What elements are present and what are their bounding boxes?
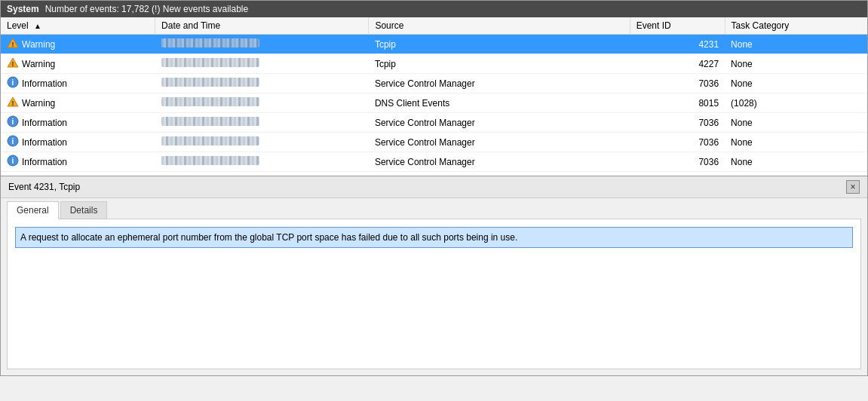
col-header-datetime[interactable]: Date and Time <box>155 17 369 35</box>
col-header-eventid[interactable]: Event ID <box>630 17 725 35</box>
cell-datetime-5 <box>155 133 369 152</box>
table-row[interactable]: iInformationService Control Manager7036N… <box>1 74 867 93</box>
svg-text:i: i <box>12 157 14 165</box>
tab-general[interactable]: General <box>7 201 59 219</box>
table-row[interactable]: iInformationService Control Manager7036N… <box>1 113 867 133</box>
svg-text:!: ! <box>12 41 14 48</box>
event-message[interactable]: A request to allocate an ephemeral port … <box>15 227 853 248</box>
col-header-level[interactable]: Level ▲ <box>1 17 155 35</box>
cell-datetime-6 <box>155 152 369 172</box>
cell-level-3: !Warning <box>1 93 155 113</box>
svg-text:i: i <box>12 118 14 126</box>
table-row[interactable]: !WarningTcpip4227None <box>1 54 867 74</box>
cell-level-4: iInformation <box>1 113 155 133</box>
level-text: Information <box>22 118 67 128</box>
cell-task-5: None <box>725 133 867 152</box>
cell-eventid-4: 7036 <box>630 113 725 133</box>
cell-level-1: !Warning <box>1 54 155 74</box>
cell-datetime-3 <box>155 93 369 113</box>
event-table: Level ▲ Date and Time Source Event ID Ta… <box>1 17 867 172</box>
table-row[interactable]: iInformationService Control Manager7036N… <box>1 152 867 172</box>
cell-datetime-4 <box>155 113 369 133</box>
info-icon: i <box>7 135 19 149</box>
cell-source-0: Tcpip <box>369 35 630 54</box>
cell-level-0: !Warning <box>1 35 155 54</box>
table-row[interactable]: iInformationService Control Manager7036N… <box>1 133 867 152</box>
detail-title: Event 4231, Tcpip <box>8 182 80 192</box>
cell-task-1: None <box>725 54 867 74</box>
cell-eventid-2: 7036 <box>630 74 725 93</box>
level-text: Information <box>22 137 67 148</box>
detail-panel: Event 4231, Tcpip × General Details A re… <box>0 176 868 376</box>
cell-level-2: iInformation <box>1 74 155 93</box>
cell-task-3: (1028) <box>725 93 867 113</box>
close-button[interactable]: × <box>846 180 860 194</box>
datetime-blur <box>161 97 259 106</box>
cell-source-2: Service Control Manager <box>369 74 630 93</box>
info-icon: i <box>7 155 19 169</box>
datetime-blur <box>161 78 259 87</box>
datetime-blur <box>161 117 259 126</box>
event-log-panel: System Number of events: 17,782 (!) New … <box>0 0 868 176</box>
level-text: Warning <box>22 98 55 109</box>
cell-task-2: None <box>725 74 867 93</box>
warning-icon: ! <box>7 57 19 71</box>
cell-eventid-6: 7036 <box>630 152 725 172</box>
level-text: Warning <box>22 59 55 69</box>
cell-source-3: DNS Client Events <box>369 93 630 113</box>
tab-details[interactable]: Details <box>60 201 108 219</box>
cell-source-1: Tcpip <box>369 54 630 74</box>
cell-task-6: None <box>725 152 867 172</box>
tabs-bar: General Details <box>1 198 867 219</box>
datetime-blur <box>161 136 259 145</box>
tab-content-general: A request to allocate an ephemeral port … <box>7 219 861 369</box>
event-table-wrapper[interactable]: Level ▲ Date and Time Source Event ID Ta… <box>1 17 867 176</box>
cell-source-6: Service Control Manager <box>369 152 630 172</box>
cell-eventid-1: 4227 <box>630 54 725 74</box>
level-text: Information <box>22 157 67 167</box>
col-header-task[interactable]: Task Category <box>725 17 867 35</box>
cell-eventid-0: 4231 <box>630 35 725 54</box>
datetime-blur <box>161 38 259 47</box>
table-row[interactable]: !WarningDNS Client Events8015(1028) <box>1 93 867 113</box>
info-icon: i <box>7 115 19 130</box>
svg-text:!: ! <box>12 99 14 107</box>
level-text: Information <box>22 78 67 89</box>
cell-level-6: iInformation <box>1 152 155 172</box>
cell-eventid-5: 7036 <box>630 133 725 152</box>
warning-icon: ! <box>7 37 19 51</box>
panel-subtitle: Number of events: 17,782 (!) New events … <box>45 4 248 14</box>
panel-header: System Number of events: 17,782 (!) New … <box>1 1 867 17</box>
cell-source-5: Service Control Manager <box>369 133 630 152</box>
table-row[interactable]: !WarningTcpip4231None <box>1 35 867 54</box>
level-text: Warning <box>22 39 55 50</box>
info-icon: i <box>7 76 19 90</box>
sort-arrow-level: ▲ <box>34 22 41 30</box>
cell-datetime-1 <box>155 54 369 74</box>
datetime-blur <box>161 58 259 67</box>
cell-datetime-2 <box>155 74 369 93</box>
cell-level-5: iInformation <box>1 133 155 152</box>
table-header-row: Level ▲ Date and Time Source Event ID Ta… <box>1 17 867 35</box>
col-header-source[interactable]: Source <box>369 17 630 35</box>
cell-task-4: None <box>725 113 867 133</box>
svg-text:i: i <box>12 137 14 145</box>
datetime-blur <box>161 156 259 165</box>
detail-header: Event 4231, Tcpip × <box>1 176 867 198</box>
svg-text:!: ! <box>12 60 14 68</box>
cell-datetime-0 <box>155 35 369 54</box>
cell-task-0: None <box>725 35 867 54</box>
cell-eventid-3: 8015 <box>630 93 725 113</box>
warning-icon: ! <box>7 96 19 110</box>
cell-source-4: Service Control Manager <box>369 113 630 133</box>
panel-title: System <box>7 4 39 14</box>
svg-text:i: i <box>12 78 14 87</box>
